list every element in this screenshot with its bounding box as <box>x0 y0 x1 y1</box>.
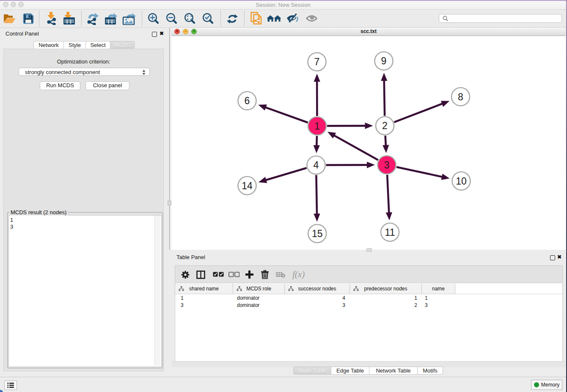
svg-text:15: 15 <box>312 228 323 239</box>
svg-text:3: 3 <box>384 160 390 171</box>
svg-text:9: 9 <box>381 55 387 66</box>
svg-text:10: 10 <box>456 176 467 187</box>
svg-text:1: 1 <box>314 121 320 132</box>
svg-text:2: 2 <box>382 120 388 131</box>
svg-text:6: 6 <box>245 95 250 106</box>
svg-text:11: 11 <box>385 227 395 238</box>
svg-text:14: 14 <box>242 180 253 191</box>
svg-text:8: 8 <box>458 91 463 102</box>
svg-text:4: 4 <box>314 160 319 171</box>
svg-text:7: 7 <box>314 56 320 67</box>
